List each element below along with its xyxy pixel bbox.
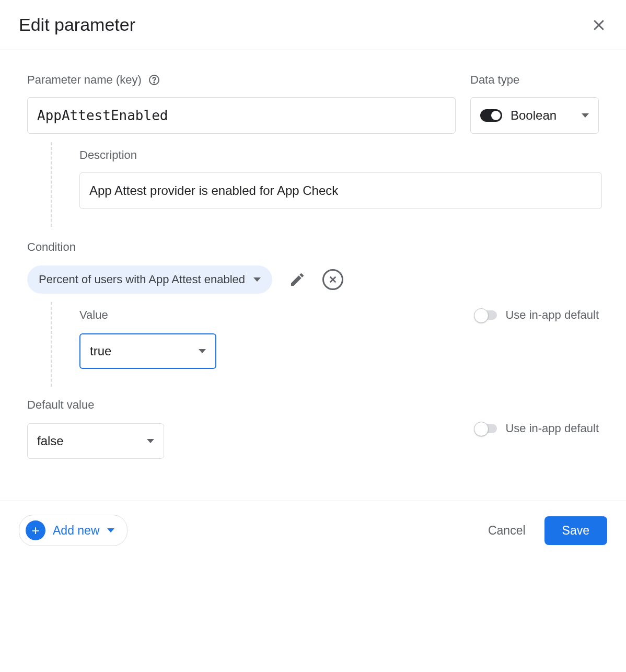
condition-value-select[interactable]: true bbox=[79, 333, 216, 369]
dialog-content: Parameter name (key) Data type Boolean D… bbox=[0, 50, 626, 469]
cancel-button[interactable]: Cancel bbox=[488, 524, 526, 538]
default-use-default-row: Use in-app default bbox=[475, 422, 599, 435]
condition-section: Condition Percent of users with App Atte… bbox=[27, 240, 599, 369]
footer-actions: Cancel Save bbox=[488, 516, 607, 545]
chevron-down-icon bbox=[253, 277, 261, 282]
default-use-default-label: Use in-app default bbox=[505, 422, 599, 435]
condition-use-default-label: Use in-app default bbox=[505, 308, 599, 322]
default-value: false bbox=[37, 434, 64, 448]
description-label: Description bbox=[79, 148, 599, 162]
plus-icon: + bbox=[26, 520, 45, 540]
condition-chip[interactable]: Percent of users with App Attest enabled bbox=[27, 265, 272, 294]
condition-row: Percent of users with App Attest enabled bbox=[27, 265, 599, 294]
default-value-label: Default value bbox=[27, 398, 164, 412]
condition-use-default-toggle[interactable] bbox=[475, 310, 497, 320]
close-icon bbox=[591, 17, 607, 33]
description-group: Description bbox=[79, 148, 599, 209]
data-type-value: Boolean bbox=[511, 108, 557, 123]
default-section: Default value false Use in-app default bbox=[27, 398, 599, 459]
default-use-default-toggle[interactable] bbox=[475, 424, 497, 433]
param-row: Parameter name (key) Data type Boolean bbox=[27, 73, 599, 134]
tree-line bbox=[51, 302, 52, 387]
param-name-label: Parameter name (key) bbox=[27, 73, 456, 87]
close-button[interactable] bbox=[590, 17, 607, 33]
chevron-down-icon bbox=[582, 113, 589, 118]
dialog-footer: + Add new Cancel Save bbox=[0, 501, 626, 560]
boolean-icon bbox=[480, 109, 502, 122]
condition-value-block: Value true Use in-app default bbox=[79, 308, 599, 369]
condition-chip-label: Percent of users with App Attest enabled bbox=[39, 273, 245, 286]
value-label: Value bbox=[79, 308, 216, 322]
add-new-label: Add new bbox=[53, 524, 100, 538]
dialog-header: Edit parameter bbox=[0, 0, 626, 50]
save-button[interactable]: Save bbox=[544, 516, 607, 545]
svg-point-3 bbox=[154, 82, 155, 83]
pencil-icon bbox=[289, 271, 306, 288]
param-name-label-text: Parameter name (key) bbox=[27, 73, 142, 87]
param-name-input[interactable] bbox=[27, 97, 456, 134]
data-type-label: Data type bbox=[470, 73, 599, 87]
help-icon[interactable] bbox=[148, 74, 160, 86]
param-name-group: Parameter name (key) bbox=[27, 73, 456, 134]
chevron-down-icon bbox=[199, 349, 206, 353]
chevron-down-icon bbox=[147, 439, 154, 443]
condition-value: true bbox=[90, 344, 111, 358]
data-type-select[interactable]: Boolean bbox=[470, 97, 599, 134]
condition-label: Condition bbox=[27, 240, 599, 254]
edit-condition-button[interactable] bbox=[286, 268, 309, 291]
condition-use-default-row: Use in-app default bbox=[475, 308, 599, 322]
chevron-down-icon bbox=[107, 528, 114, 532]
description-input[interactable] bbox=[79, 172, 602, 209]
delete-condition-button[interactable] bbox=[322, 269, 343, 290]
tree-line bbox=[51, 142, 52, 227]
add-new-button[interactable]: + Add new bbox=[19, 515, 127, 546]
dialog-title: Edit parameter bbox=[19, 15, 135, 35]
default-value-select[interactable]: false bbox=[27, 423, 164, 459]
data-type-group: Data type Boolean bbox=[470, 73, 599, 134]
x-icon bbox=[328, 275, 338, 284]
